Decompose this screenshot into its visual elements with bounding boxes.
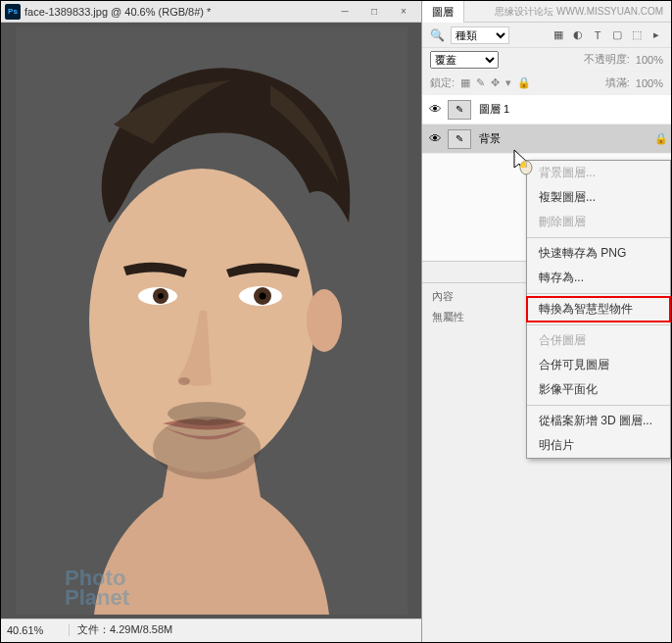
menu-item[interactable]: 轉換為智慧型物件 [527,297,670,322]
menu-item[interactable]: 影像平面化 [527,377,670,402]
svg-point-11 [307,289,342,352]
svg-point-8 [178,377,190,385]
status-bar: 40.61% 文件：4.29M/8.58M [1,618,421,640]
layer-filter-row: 🔍 種類 ▦ ◐ T ▢ ⬚ ▸ [422,23,671,48]
visibility-icon[interactable]: 👁 [422,102,448,117]
menu-item[interactable]: 快速轉存為 PNG [527,241,670,266]
lock-label: 鎖定: [430,75,455,90]
lock-row: 鎖定: ▦ ✎ ✥ ▾ 🔒 填滿: 100% [422,72,671,95]
menu-item[interactable]: 轉存為... [527,266,670,290]
lock-all-icon[interactable]: 🔒 [517,76,531,89]
portrait-image: Photo Planet [16,26,408,615]
document-window: Ps face-1389833.jpg @ 40.6% (RGB/8#) * ─… [1,1,422,642]
photoshop-icon: Ps [5,4,21,20]
menu-item: 合併圖層 [527,328,670,353]
canvas[interactable]: Photo Planet [1,23,421,618]
menu-item[interactable]: 明信片 [527,433,670,458]
search-icon[interactable]: 🔍 [430,28,445,42]
document-title: face-1389833.jpg @ 40.6% (RGB/8#) * [24,6,331,18]
minimize-button[interactable]: ─ [331,4,359,20]
lock-pixels-icon[interactable]: ▦ [460,76,470,89]
layer-context-menu: 背景圖層...複製圖層...刪除圖層快速轉存為 PNG轉存為...轉換為智慧型物… [526,160,671,459]
document-titlebar: Ps face-1389833.jpg @ 40.6% (RGB/8#) * ─… [1,1,421,23]
menu-item[interactable]: 合併可見圖層 [527,353,670,377]
blend-mode-row: 覆蓋 不透明度: 100% [422,48,671,72]
filter-adjust-icon[interactable]: ◐ [571,28,585,42]
menu-item[interactable]: 複製圖層... [527,185,670,210]
filter-shape-icon[interactable]: ▢ [610,28,624,42]
opacity-value[interactable]: 100% [636,54,663,66]
menu-item: 刪除圖層 [527,210,670,234]
svg-point-4 [158,293,164,299]
layer-thumbnail[interactable]: ✎ [448,100,471,120]
svg-text:Planet: Planet [65,585,130,610]
menu-item: 背景圖層... [527,161,670,185]
maximize-button[interactable]: □ [360,4,388,20]
close-button[interactable]: × [390,4,417,20]
layer-thumbnail[interactable]: ✎ [448,129,471,149]
menu-separator [527,324,670,325]
svg-point-9 [153,417,261,479]
filter-toggle-icon[interactable]: ▸ [649,28,663,42]
tab-layers[interactable]: 圖層 [422,1,464,23]
menu-separator [527,237,670,238]
layer-row[interactable]: 👁 ✎ 圖層 1 [422,95,671,124]
kind-select[interactable]: 種類 [451,26,509,44]
watermark-text: 思缘设计论坛 WWW.MISSYUAN.COM [495,5,663,19]
filter-image-icon[interactable]: ▦ [552,28,565,42]
layers-list: 👁 ✎ 圖層 1 👁 ✎ 背景 🔒 [422,95,671,154]
svg-point-10 [168,402,246,425]
lock-artboard-icon[interactable]: ▾ [505,76,511,89]
svg-point-7 [259,293,265,300]
zoom-level[interactable]: 40.61% [1,624,70,636]
opacity-label: 不透明度: [584,52,630,67]
file-info: 文件：4.29M/8.58M [70,622,172,637]
panel-header: 圖層 思缘设计论坛 WWW.MISSYUAN.COM [422,1,671,23]
lock-move-icon[interactable]: ✥ [491,76,500,89]
filter-text-icon[interactable]: T [591,28,604,42]
layer-name[interactable]: 圖層 1 [479,102,651,117]
mouse-cursor-icon [510,148,534,175]
layer-lock-icon: 🔒 [651,132,671,145]
fill-label: 填滿: [605,75,630,90]
fill-value[interactable]: 100% [636,77,663,89]
layer-name[interactable]: 背景 [479,131,651,146]
blend-mode-select[interactable]: 覆蓋 [430,51,499,69]
visibility-icon[interactable]: 👁 [422,131,448,146]
menu-separator [527,405,670,406]
filter-smart-icon[interactable]: ⬚ [630,28,644,42]
lock-brush-icon[interactable]: ✎ [476,76,485,89]
menu-separator [527,293,670,294]
layer-row[interactable]: 👁 ✎ 背景 🔒 [422,124,671,154]
menu-item[interactable]: 從檔案新增 3D 圖層... [527,409,670,433]
